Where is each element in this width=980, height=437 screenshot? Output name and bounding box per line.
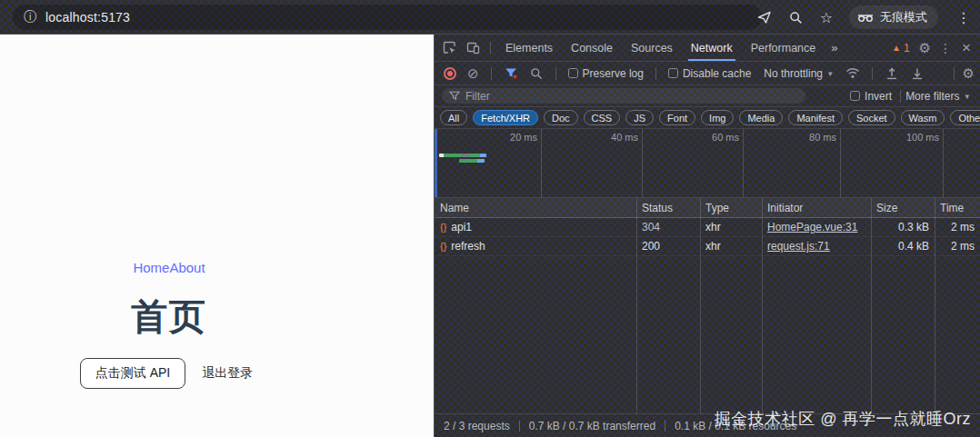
waterfall-bar xyxy=(459,159,485,163)
divider xyxy=(900,90,901,103)
tab-performance[interactable]: Performance xyxy=(743,35,825,61)
throttling-select[interactable]: No throttling ▾ xyxy=(764,67,832,80)
timeline-tick: 40 ms xyxy=(611,132,638,143)
column-header-name[interactable]: Name xyxy=(435,202,636,214)
chip-manifest[interactable]: Manifest xyxy=(788,110,843,125)
disable-cache-checkbox[interactable]: Disable cache xyxy=(668,67,751,80)
page-nav: HomeAbout xyxy=(0,260,338,275)
divider xyxy=(665,421,665,432)
chip-img[interactable]: Img xyxy=(701,110,734,125)
chip-fetch-xhr[interactable]: Fetch/XHR xyxy=(473,110,538,125)
more-tabs-icon[interactable]: » xyxy=(825,41,843,55)
warning-count: 1 xyxy=(904,42,910,55)
chevron-down-icon: ▾ xyxy=(828,69,833,78)
bookmark-star-icon[interactable]: ☆ xyxy=(818,9,835,25)
filter-funnel-icon[interactable] xyxy=(500,64,522,84)
xhr-braces-icon: {} xyxy=(440,241,446,252)
divider xyxy=(872,67,873,80)
page-buttons: 点击测试 API 退出登录 xyxy=(0,358,338,389)
devtools-tab-bar: Elements Console Sources Network Perform… xyxy=(435,35,980,62)
browser-menu-icon[interactable]: ⋮ xyxy=(953,9,975,26)
request-type-chips: All Fetch/XHR Doc CSS JS Font Img Media … xyxy=(435,107,980,129)
chip-socket[interactable]: Socket xyxy=(848,110,895,125)
more-filters-dropdown[interactable]: More filters ▾ xyxy=(905,90,969,103)
record-network-log-icon[interactable] xyxy=(444,67,456,80)
tab-console[interactable]: Console xyxy=(563,35,621,61)
column-header-size[interactable]: Size xyxy=(871,202,935,214)
export-har-icon[interactable] xyxy=(906,64,928,84)
invert-label: Invert xyxy=(865,90,892,103)
chevron-down-icon: ▾ xyxy=(965,92,969,101)
initiator-link[interactable]: request.js:71 xyxy=(767,240,830,253)
chip-css[interactable]: CSS xyxy=(584,110,621,125)
issues-warning-badge[interactable]: ▲ 1 xyxy=(892,42,910,55)
screenshot-root: ⓘ localhost:5173 ☆ 无痕模式 ⋮ HomeAbout 首页 点… xyxy=(0,0,980,437)
filter-field[interactable] xyxy=(442,88,805,104)
network-settings-icon[interactable]: ⚙ xyxy=(963,65,975,82)
resources-size: 0.1 kB / 0.1 kB resources xyxy=(675,420,796,432)
request-status: 304 xyxy=(636,221,700,233)
table-row[interactable]: {}refresh 200 xhr request.js:71 0.4 kB 2… xyxy=(435,237,980,256)
chip-other[interactable]: Other xyxy=(950,110,980,125)
chip-js[interactable]: JS xyxy=(625,110,654,125)
tab-elements[interactable]: Elements xyxy=(497,35,561,61)
tab-sources[interactable]: Sources xyxy=(623,35,681,61)
chip-all[interactable]: All xyxy=(440,110,467,125)
search-network-icon[interactable] xyxy=(525,64,547,84)
divider xyxy=(954,67,955,80)
column-header-type[interactable]: Type xyxy=(700,202,762,214)
filter-input[interactable] xyxy=(465,90,798,103)
timeline-tick: 20 ms xyxy=(510,132,537,143)
network-overview-timeline[interactable]: 20 ms 40 ms 60 ms 80 ms 100 ms xyxy=(435,129,980,198)
devtools-close-icon[interactable]: × xyxy=(960,39,976,57)
request-type: xhr xyxy=(700,240,762,253)
throttling-value: No throttling xyxy=(764,67,823,80)
browser-address-bar: ⓘ localhost:5173 ☆ 无痕模式 ⋮ xyxy=(0,0,980,35)
request-name: {}api1 xyxy=(435,221,636,233)
device-toolbar-icon[interactable] xyxy=(462,38,484,58)
search-icon[interactable] xyxy=(787,9,804,25)
more-filters-label: More filters xyxy=(905,90,959,103)
inspect-element-icon[interactable] xyxy=(438,38,460,58)
url-text[interactable]: localhost:5173 xyxy=(45,10,130,25)
tab-network[interactable]: Network xyxy=(683,35,741,61)
send-to-device-icon[interactable] xyxy=(756,9,773,25)
request-status: 200 xyxy=(636,240,700,253)
column-header-status[interactable]: Status xyxy=(636,202,700,214)
test-api-button[interactable]: 点击测试 API xyxy=(80,358,185,389)
warning-triangle-icon: ▲ xyxy=(892,43,901,53)
xhr-braces-icon: {} xyxy=(440,222,446,233)
checkbox-icon xyxy=(668,68,678,78)
devtools-menu-icon[interactable]: ⋮ xyxy=(933,41,958,55)
funnel-icon xyxy=(449,91,460,101)
chip-wasm[interactable]: Wasm xyxy=(901,110,945,125)
initiator-link[interactable]: HomePage.vue:31 xyxy=(767,221,857,233)
nav-link-about[interactable]: About xyxy=(169,260,205,275)
requests-count: 2 / 3 requests xyxy=(444,420,510,432)
logout-button[interactable]: 退出登录 xyxy=(196,359,258,388)
chip-media[interactable]: Media xyxy=(739,110,783,125)
incognito-glasses-icon xyxy=(857,12,874,23)
invert-checkbox[interactable]: Invert xyxy=(850,90,892,103)
network-conditions-icon[interactable] xyxy=(842,64,864,84)
site-info-icon[interactable]: ⓘ xyxy=(24,9,36,25)
request-size: 0.3 kB xyxy=(871,221,935,233)
omnibox[interactable]: ⓘ localhost:5173 xyxy=(13,5,762,30)
preserve-log-checkbox[interactable]: Preserve log xyxy=(568,67,644,80)
devtools-settings-icon[interactable]: ⚙ xyxy=(919,40,931,56)
divider xyxy=(555,67,556,80)
waterfall-bar xyxy=(439,154,486,157)
divider xyxy=(491,67,492,80)
table-row[interactable]: {}api1 304 xhr HomePage.vue:31 0.3 kB 2 … xyxy=(435,218,980,237)
request-time: 2 ms xyxy=(935,221,980,233)
divider xyxy=(490,42,491,55)
import-har-icon[interactable] xyxy=(881,64,903,84)
column-header-time[interactable]: Time xyxy=(935,202,980,214)
nav-link-home[interactable]: Home xyxy=(133,260,169,275)
request-name-text: refresh xyxy=(451,240,485,253)
chip-font[interactable]: Font xyxy=(659,110,695,125)
column-header-initiator[interactable]: Initiator xyxy=(762,202,871,214)
clear-network-log-icon[interactable]: ⊘ xyxy=(464,65,483,82)
chip-doc[interactable]: Doc xyxy=(544,110,578,125)
network-toolbar: ⊘ Preserve log Disable cache No throttli… xyxy=(435,62,980,85)
